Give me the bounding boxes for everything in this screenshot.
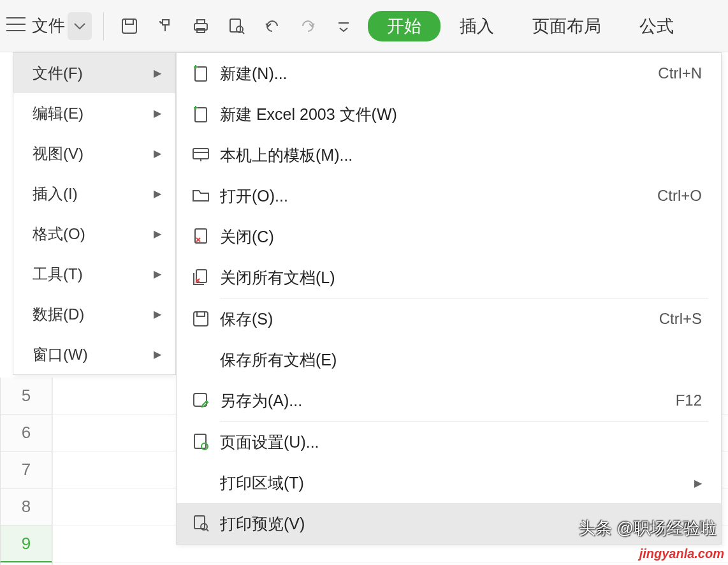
watermark-url: jingyanla.com [639, 547, 724, 561]
svg-rect-1 [126, 19, 133, 24]
menu-label: 页面设置(U)... [214, 432, 702, 453]
new-file-icon [188, 105, 214, 123]
tab-page-layout[interactable]: 页面布局 [513, 15, 620, 38]
menu-save-all[interactable]: 保存所有文档(E) [177, 339, 721, 380]
menu-label: 新建(N)... [214, 63, 658, 84]
svg-rect-12 [194, 312, 208, 326]
print-preview-icon[interactable] [222, 12, 251, 40]
menu-new-excel2003[interactable]: 新建 Excel 2003 文件(W) [177, 94, 721, 135]
chevron-right-icon: ▶ [154, 67, 161, 79]
svg-rect-8 [195, 108, 207, 122]
new-file-icon [188, 64, 214, 82]
menu-label: 关闭(C) [214, 226, 702, 247]
menu-file[interactable]: 文件(F) ▶ [13, 53, 175, 93]
chevron-right-icon: ▶ [154, 147, 161, 159]
menu-insert[interactable]: 插入(I) ▶ [13, 173, 175, 214]
print-preview-icon [188, 515, 214, 532]
file-dropdown-button[interactable] [68, 12, 92, 40]
row-header[interactable]: 7 [0, 451, 52, 488]
menu-label: 工具(T) [33, 264, 83, 284]
menu-label: 格式(O) [33, 224, 85, 244]
save-as-icon [188, 392, 214, 409]
undo-icon[interactable] [258, 12, 286, 40]
row-header[interactable]: 6 [0, 415, 52, 451]
menu-save-as[interactable]: 另存为(A)... F12 [177, 380, 721, 421]
close-all-icon [188, 268, 214, 286]
page-setup-icon [188, 433, 214, 451]
menu-label: 插入(I) [33, 184, 78, 204]
svg-rect-14 [194, 393, 207, 406]
format-painter-icon[interactable] [151, 12, 179, 40]
menu-label: 打开(O)... [214, 186, 657, 207]
menu-templates[interactable]: 本机上的模板(M)... [177, 135, 721, 175]
svg-rect-9 [193, 149, 208, 159]
chevron-right-icon: ▶ [154, 187, 161, 200]
toolbar: 文件 开始 插入 页面布局 公式 [0, 0, 728, 52]
menu-new[interactable]: 新建(N)... Ctrl+N [177, 53, 721, 94]
menu-save[interactable]: 保存(S) Ctrl+S [177, 298, 721, 339]
svg-rect-17 [194, 516, 205, 529]
menu-icon[interactable] [6, 17, 25, 34]
menu-label: 编辑(E) [33, 103, 84, 124]
ribbon-tabs: 开始 插入 页面布局 公式 [368, 11, 674, 41]
print-icon[interactable] [187, 12, 215, 40]
menu-open[interactable]: 打开(O)... Ctrl+O [177, 175, 721, 216]
row-header[interactable]: 10 [0, 562, 52, 565]
chevron-right-icon: ▶ [154, 228, 161, 240]
save-icon[interactable] [115, 12, 143, 40]
chevron-right-icon: ▶ [694, 477, 702, 489]
svg-rect-3 [197, 20, 205, 24]
menu-label: 另存为(A)... [214, 390, 676, 411]
svg-rect-13 [197, 312, 205, 316]
menu-close[interactable]: 关闭(C) [177, 216, 721, 257]
menu-print-area[interactable]: 打印区域(T) ▶ [177, 462, 721, 503]
save-icon [188, 311, 214, 327]
chevron-right-icon: ▶ [154, 268, 161, 280]
menu-tools[interactable]: 工具(T) ▶ [13, 254, 175, 294]
menu-label: 保存(S) [214, 309, 659, 330]
menu-data[interactable]: 数据(D) ▶ [13, 294, 175, 334]
menu-page-setup[interactable]: 页面设置(U)... [177, 422, 721, 462]
menu-label: 保存所有文档(E) [214, 349, 702, 371]
shortcut: Ctrl+N [658, 64, 702, 82]
menu-label: 文件(F) [33, 63, 83, 84]
shortcut: Ctrl+S [659, 310, 702, 328]
row-header[interactable]: 8 [0, 488, 52, 525]
chevron-right-icon: ▶ [154, 107, 161, 119]
tab-start[interactable]: 开始 [368, 11, 440, 41]
menu-close-all[interactable]: 关闭所有文档(L) [177, 257, 721, 298]
menu-edit[interactable]: 编辑(E) ▶ [13, 93, 175, 133]
redo-icon[interactable] [294, 12, 322, 40]
svg-rect-5 [230, 19, 240, 32]
menu-window[interactable]: 窗口(W) ▶ [13, 334, 175, 374]
menu-view[interactable]: 视图(V) ▶ [13, 133, 175, 173]
chevron-right-icon: ▶ [154, 308, 161, 320]
file-submenu: 新建(N)... Ctrl+N 新建 Excel 2003 文件(W) 本机上的… [176, 52, 722, 545]
chevron-right-icon: ▶ [154, 348, 161, 360]
menu-label: 本机上的模板(M)... [214, 145, 702, 166]
tab-formula[interactable]: 公式 [620, 15, 674, 38]
menu-label: 视图(V) [33, 143, 84, 164]
close-file-icon [188, 228, 214, 246]
svg-rect-15 [194, 434, 206, 448]
menu-label: 新建 Excel 2003 文件(W) [214, 104, 702, 125]
menu-label: 数据(D) [33, 304, 84, 325]
row-header[interactable]: 5 [0, 378, 52, 415]
shortcut: F12 [676, 392, 702, 409]
file-menu-label[interactable]: 文件 [32, 15, 65, 37]
main-menu: 文件(F) ▶ 编辑(E) ▶ 视图(V) ▶ 插入(I) ▶ 格式(O) ▶ … [13, 52, 176, 375]
menu-label: 打印区域(T) [214, 473, 694, 494]
separator [103, 12, 104, 40]
watermark-text: 头条 @职场经验啦 [579, 517, 717, 539]
folder-icon [188, 188, 214, 203]
tab-insert[interactable]: 插入 [440, 15, 513, 38]
row-header-selected[interactable]: 9 [0, 525, 52, 562]
row-headers: 5 6 7 8 9 10 [0, 378, 52, 565]
menu-label: 窗口(W) [33, 344, 88, 365]
svg-rect-0 [122, 19, 136, 33]
menu-format[interactable]: 格式(O) ▶ [13, 214, 175, 254]
template-icon [188, 147, 214, 163]
more-tools-icon[interactable] [330, 12, 358, 40]
shortcut: Ctrl+O [657, 187, 702, 205]
svg-rect-7 [195, 67, 207, 81]
